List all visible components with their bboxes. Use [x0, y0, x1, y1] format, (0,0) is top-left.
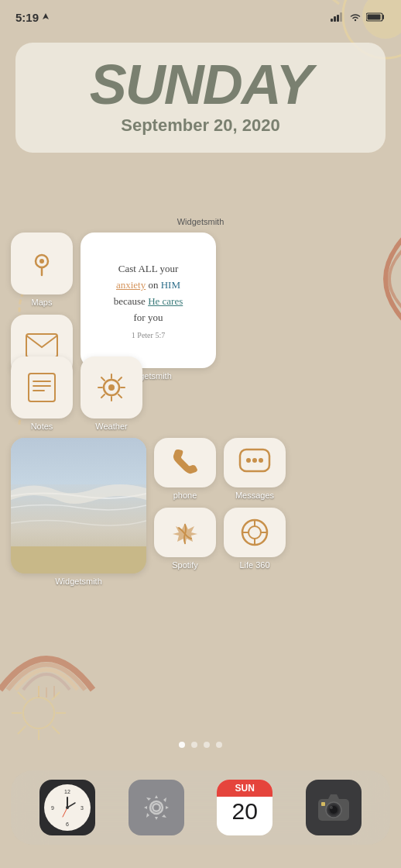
svg-point-28 — [39, 259, 44, 264]
notes-icon-svg — [27, 372, 57, 403]
spotify-app[interactable]: Spotify — [154, 508, 216, 570]
page-dot-4 — [216, 742, 222, 748]
verse-widget: Cast ALL your anxiety on HIM because He … — [81, 232, 216, 368]
life360-label: Life 360 — [239, 560, 269, 570]
wifi-icon — [349, 12, 362, 22]
svg-text:6: 6 — [66, 822, 69, 827]
mail-icon-svg — [26, 333, 58, 358]
maps-icon-svg — [26, 248, 57, 279]
verse-reference: 1 Peter 5:7 — [114, 331, 183, 339]
ocean-photo — [11, 438, 146, 574]
page-dot-2 — [191, 742, 197, 748]
camera-app[interactable] — [306, 780, 362, 835]
photo-widget — [11, 438, 146, 574]
verse-him: HIM — [161, 279, 180, 291]
svg-rect-22 — [337, 15, 339, 22]
svg-line-40 — [101, 377, 105, 381]
photo-widget-wrap: Widgetsmith — [11, 438, 146, 586]
notes-app[interactable]: Notes — [11, 356, 73, 431]
settings-app[interactable] — [129, 780, 184, 835]
svg-rect-20 — [331, 19, 333, 22]
svg-line-16 — [52, 726, 60, 734]
svg-point-10 — [23, 698, 54, 728]
page-dot-3 — [204, 742, 210, 748]
messages-label: Messages — [235, 491, 274, 500]
camera-icon-svg — [317, 793, 351, 822]
phone-app[interactable]: phone — [154, 438, 216, 500]
weather-icon[interactable] — [81, 356, 142, 418]
svg-rect-21 — [334, 16, 336, 22]
messages-icon-svg — [238, 448, 271, 477]
svg-line-41 — [118, 394, 122, 398]
notes-app-label: Notes — [31, 422, 53, 431]
calendar-date: 20 — [232, 800, 258, 823]
page-dot-1 — [179, 742, 185, 748]
date-widget: SUNDAY September 20, 2020 — [15, 43, 386, 153]
svg-rect-75 — [321, 802, 325, 806]
svg-point-35 — [108, 384, 115, 391]
notes-icon[interactable] — [11, 356, 73, 418]
signal-icon — [331, 12, 344, 22]
svg-text:12: 12 — [64, 789, 70, 794]
status-bar: 5:19 — [0, 0, 401, 34]
maps-label: Maps — [32, 298, 53, 307]
verse-line1: Cast ALL your — [118, 263, 179, 274]
time-text: 5:19 — [15, 11, 39, 24]
clock-face-inner: 12 3 6 9 — [44, 784, 91, 831]
notes-weather-row: Notes Weather — [11, 356, 142, 431]
location-icon — [42, 13, 50, 21]
svg-rect-26 — [368, 15, 381, 20]
svg-text:9: 9 — [51, 805, 54, 811]
svg-rect-30 — [29, 374, 55, 401]
verse-content: Cast ALL your anxiety on HIM because He … — [114, 261, 183, 339]
bottom-main-row: Widgetsmith phone — [11, 438, 390, 586]
messages-app[interactable]: Messages — [224, 438, 286, 500]
right-apps-grid: phone Messages — [154, 438, 286, 570]
svg-marker-19 — [43, 13, 49, 19]
life360-app[interactable]: Life 360 — [224, 508, 286, 570]
widgetsmith-label-1: Widgetsmith — [11, 217, 390, 226]
weather-icon-svg — [95, 371, 128, 404]
svg-point-24 — [355, 19, 356, 21]
life360-icon-svg — [238, 517, 271, 548]
page-dots — [0, 742, 401, 748]
spotify-icon-svg — [170, 517, 200, 548]
svg-point-65 — [66, 806, 69, 809]
small-apps-grid: phone Messages — [154, 438, 286, 570]
verse-anxiety: anxiety — [116, 279, 146, 291]
svg-line-43 — [101, 394, 105, 398]
life360-icon[interactable] — [224, 508, 286, 557]
bottom-app-section: Widgetsmith phone — [11, 438, 390, 586]
maps-icon[interactable] — [11, 232, 73, 294]
verse-text: Cast ALL your anxiety on HIM because He … — [114, 261, 183, 326]
phone-icon-svg — [171, 448, 199, 477]
day-of-week: SUNDAY — [34, 57, 367, 112]
svg-point-50 — [259, 458, 263, 463]
maps-app[interactable]: Maps — [11, 232, 73, 307]
verse-on: on — [146, 279, 161, 291]
widgetsmith-label-photo: Widgetsmith — [55, 577, 102, 586]
messages-icon[interactable] — [224, 438, 286, 487]
verse-cares: He cares — [148, 295, 183, 307]
svg-rect-46 — [11, 546, 146, 574]
svg-rect-23 — [340, 12, 342, 22]
phone-screen: 5:19 — [0, 0, 401, 868]
status-time: 5:19 — [15, 11, 50, 24]
dock: 12 3 6 9 — [11, 770, 390, 845]
verse-because: because — [114, 295, 148, 307]
ocean-svg — [11, 438, 146, 574]
weather-app[interactable]: Weather — [81, 356, 142, 431]
clock-app[interactable]: 12 3 6 9 — [39, 780, 95, 835]
svg-point-52 — [248, 526, 261, 539]
status-icons — [331, 12, 386, 22]
svg-text:3: 3 — [81, 805, 84, 811]
calendar-day: SUN — [217, 780, 272, 797]
burst-decoration — [8, 682, 70, 744]
spotify-icon[interactable] — [154, 508, 216, 557]
battery-icon — [366, 12, 386, 22]
phone-label: phone — [173, 491, 197, 500]
verse-foryou: for you — [134, 312, 163, 323]
calendar-app[interactable]: SUN 20 — [217, 780, 272, 835]
full-date: September 20, 2020 — [34, 115, 367, 136]
phone-icon[interactable] — [154, 438, 216, 487]
